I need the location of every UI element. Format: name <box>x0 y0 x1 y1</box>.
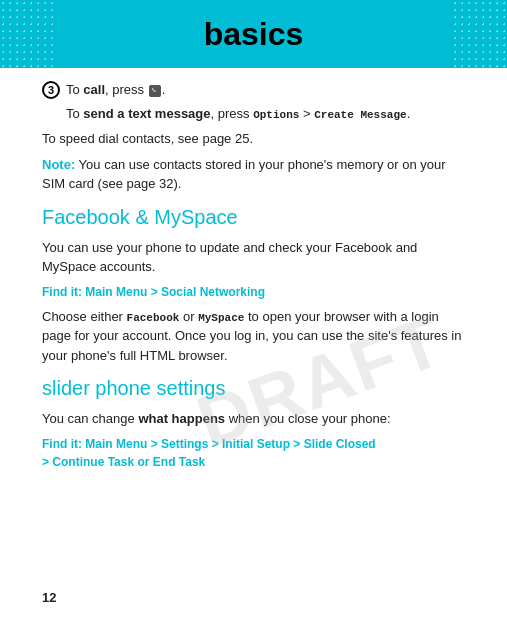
find-it-label-1: Find it: <box>42 285 82 299</box>
call-button-icon <box>148 84 162 98</box>
find-it-1: Find it: Main Menu > Social Networking <box>42 283 465 301</box>
facebook-para: You can use your phone to update and che… <box>42 238 465 277</box>
find-it-or: or <box>137 455 149 469</box>
myspace-option: MySpace <box>198 312 244 324</box>
send-text-bold: send a text message <box>83 106 210 121</box>
find-it-end: End Task <box>153 455 205 469</box>
facebook-body: Choose either Facebook or MySpace to ope… <box>42 307 465 366</box>
what-happens-bold: what happens <box>138 411 225 426</box>
note-block: Note: You can use contacts stored in you… <box>42 155 465 194</box>
slider-para: You can change what happens when you clo… <box>42 409 465 429</box>
main-content: 3 To call, press . To send a text messag… <box>0 68 507 489</box>
note-text: You can use contacts stored in your phon… <box>42 157 446 192</box>
page-number: 12 <box>42 590 56 605</box>
list-item-3: 3 To call, press . <box>42 80 465 100</box>
find-it-path-1: Main Menu > Social Networking <box>82 285 265 299</box>
slider-heading: slider phone settings <box>42 373 465 403</box>
header: basics <box>0 0 507 68</box>
header-dots-left <box>0 0 55 68</box>
options-key: Options <box>253 109 299 121</box>
send-text-instruction: To send a text message, press Options > … <box>66 104 465 124</box>
find-it-2: Find it: Main Menu > Settings > Initial … <box>42 435 465 471</box>
header-dots-right <box>452 0 507 68</box>
find-it-label-2: Find it: <box>42 437 82 451</box>
find-it-path-2: Main Menu > Settings > Initial Setup > S… <box>42 437 376 469</box>
call-bold: call <box>83 82 105 97</box>
facebook-heading: Facebook & MySpace <box>42 202 465 232</box>
call-instruction: To call, press . <box>66 80 165 100</box>
facebook-option: Facebook <box>127 312 180 324</box>
create-message-key: Create Message <box>314 109 406 121</box>
speed-dial-text: To speed dial contacts, see page 25. <box>42 129 465 149</box>
item-number: 3 <box>42 81 60 99</box>
note-label: Note: <box>42 157 75 172</box>
page-title: basics <box>204 16 304 53</box>
